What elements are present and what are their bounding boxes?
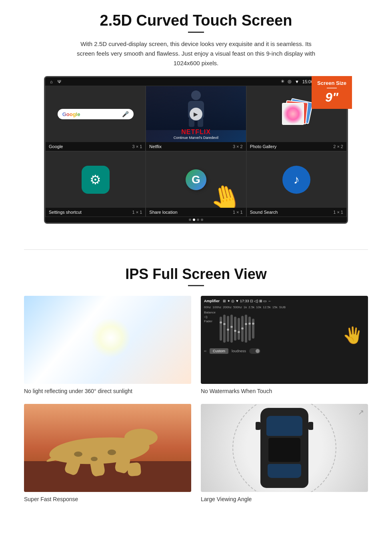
mirror-right (308, 422, 313, 430)
amp-back-icon: ‹‹ (204, 349, 206, 353)
dot-4 (201, 219, 203, 221)
settings-bottom: Settings shortcut 1 × 1 (46, 208, 145, 217)
eq-bar-8[interactable] (245, 315, 247, 343)
netflix-overlay: NETFLIX Continue Marvel's Daredevil (146, 126, 246, 142)
amp-bottom-bar: ‹‹ Custom loudness (204, 348, 365, 354)
netflix-label: Netflix (149, 144, 162, 149)
eq-bar-4[interactable] (230, 315, 233, 343)
sound-search-size: 1 × 1 (333, 210, 343, 215)
photo-card-3 (282, 103, 304, 125)
amp-icons: ⊞ ✦ ◎ ▼ 17:33 ⊡ ◁) ⊠ ▭ ← (223, 299, 272, 303)
settings-icon-wrapper: ⚙ (82, 166, 110, 194)
car-visual: ↗ (201, 404, 368, 492)
curved-touch-section: 2.5D Curved Touch Screen With 2.5D curve… (0, 0, 392, 233)
eq-bar-2[interactable] (223, 315, 226, 343)
netflix-subtitle: Continue Marvel's Daredevil (149, 136, 242, 140)
car-label: Large Viewing Angle (201, 496, 368, 502)
dot-3 (197, 219, 199, 221)
location-icon: ◎ (288, 79, 292, 84)
custom-btn[interactable]: Custom (210, 348, 228, 354)
sun-center (91, 318, 131, 358)
netflix-size: 3 × 2 (233, 144, 243, 149)
google-label: Google (49, 144, 63, 149)
ground (24, 461, 191, 492)
usb-icon: Ψ (58, 79, 61, 84)
car-image: ↗ (201, 404, 368, 492)
loudness-label: loudness (232, 349, 246, 353)
cheetah-head (124, 429, 158, 446)
eq-bar-1[interactable] (220, 317, 222, 341)
loudness-toggle[interactable] (249, 348, 260, 354)
sunlight-visual (24, 296, 191, 384)
cheetah-visual (24, 404, 191, 492)
eq-bar-10[interactable] (252, 319, 254, 339)
eq-bar-5[interactable] (234, 317, 236, 341)
swipe-indicator (45, 217, 347, 223)
photo-gallery-label: Photo Gallery (250, 144, 277, 149)
google-app-cell[interactable]: Google 🎤 Google 3 × 1 (45, 86, 146, 151)
title-underline-2 (188, 285, 204, 286)
bluetooth-icon: ✳ (281, 79, 284, 84)
cheetah-label: Super Fast Response (24, 496, 191, 502)
google-cell-bottom: Google 3 × 1 (46, 142, 145, 151)
badge-size: 9" (317, 90, 346, 105)
maps-cell[interactable]: G 🤚 Share location 1 × 1 (146, 151, 246, 217)
sound-search-top: ♪ (247, 152, 346, 208)
car-roof (268, 438, 300, 462)
play-button[interactable]: ▶ (190, 108, 202, 120)
screen-size-badge: Screen Size 9" (312, 76, 352, 109)
maps-g-icon: G (186, 169, 206, 190)
amp-title: Amplifier (204, 299, 220, 303)
photo-stack (280, 98, 312, 130)
feature-cheetah: Super Fast Response (24, 404, 191, 502)
home-icon: ⌂ (50, 79, 53, 84)
maps-bottom: Share location 1 × 1 (146, 208, 246, 217)
maps-top: G 🤚 (146, 152, 246, 208)
spot3 (108, 450, 116, 455)
feature-amplifier: Amplifier ⊞ ✦ ◎ ▼ 17:33 ⊡ ◁) ⊠ ▭ ← 60hz1… (201, 296, 368, 394)
eq-side-labels: Balance ◁) Fader (204, 311, 216, 347)
svg-point-0 (191, 90, 201, 100)
sound-search-label: Sound Search (250, 210, 278, 215)
maps-size: 1 × 1 (233, 210, 243, 215)
eq-bars: 🖐 (218, 311, 365, 347)
sunlight-image (24, 296, 191, 384)
mirror-left (256, 422, 260, 430)
amplifier-image: Amplifier ⊞ ✦ ◎ ▼ 17:33 ⊡ ◁) ⊠ ▭ ← 60hz1… (201, 296, 368, 384)
settings-size: 1 × 1 (132, 210, 142, 215)
amplifier-visual: Amplifier ⊞ ✦ ◎ ▼ 17:33 ⊡ ◁) ⊠ ▭ ← 60hz1… (201, 296, 368, 384)
car-top-view (260, 408, 308, 488)
amplifier-label: No Watermarks When Touch (201, 388, 368, 394)
car-angle-arrow: ↗ (358, 408, 364, 417)
dot-1 (189, 219, 191, 221)
sound-search-cell[interactable]: ♪ Sound Search 1 × 1 (246, 151, 347, 217)
badge-line (327, 88, 337, 88)
hand-touch-icon: 🖐 (343, 326, 363, 345)
maps-label: Share location (149, 210, 177, 215)
maps-icon-area: G 🤚 (146, 152, 246, 208)
music-note-icon: ♪ (294, 173, 300, 187)
eq-bar-3[interactable] (227, 316, 229, 342)
netflix-app-cell[interactable]: ▶ NETFLIX Continue Marvel's Daredevil Ne… (146, 86, 246, 151)
wifi-icon: ▼ (295, 79, 299, 84)
google-app-top: Google 🎤 (46, 86, 145, 142)
eq-labels-side: Balance ◁) Fader (204, 311, 365, 347)
settings-cell[interactable]: ⚙ Settings shortcut 1 × 1 (45, 151, 146, 217)
eq-bar-6[interactable] (238, 318, 240, 340)
device-mockup: Screen Size 9" ⌂ Ψ ✳ ◎ ▼ 15:06 ⊡ ◁) ⊠ (44, 76, 348, 224)
amp-header: Amplifier ⊞ ✦ ◎ ▼ 17:33 ⊡ ◁) ⊠ ▭ ← (204, 299, 365, 303)
section2-title: IPS Full Screen View (24, 266, 368, 283)
sound-search-bottom: Sound Search 1 × 1 (247, 208, 346, 217)
netflix-app-top: ▶ NETFLIX Continue Marvel's Daredevil (146, 86, 246, 142)
photo-gallery-size: 2 × 2 (333, 144, 343, 149)
app-grid-top: Google 🎤 Google 3 × 1 (45, 86, 347, 151)
section1-description: With 2.5D curved-display screen, this de… (76, 39, 316, 68)
title-underline (188, 32, 204, 33)
eq-bar-7[interactable] (241, 316, 244, 342)
sunlight-label: No light reflecting under 360° direct su… (24, 388, 191, 394)
google-search-bar[interactable]: Google 🎤 (58, 109, 134, 119)
gear-icon: ⚙ (90, 172, 101, 187)
eq-bar-9[interactable] (248, 317, 251, 341)
car-windshield (266, 416, 302, 436)
dot-2 (193, 219, 195, 221)
